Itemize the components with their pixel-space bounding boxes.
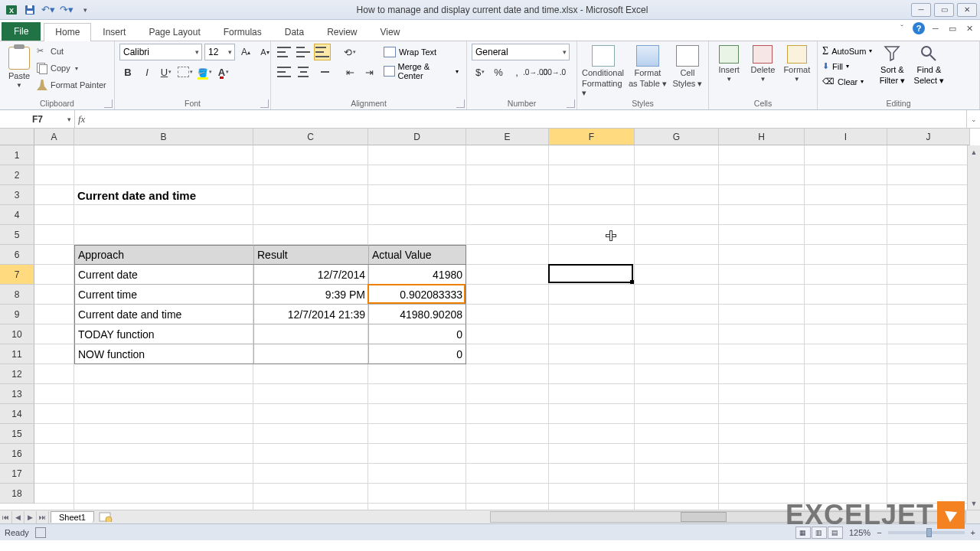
copy-button[interactable]: Copy▾ [37, 60, 106, 76]
fill-button[interactable]: ⬇Fill▾ [822, 59, 872, 73]
font-dialog-launcher[interactable] [260, 99, 269, 108]
tab-home[interactable]: Home [44, 23, 91, 41]
new-sheet-button[interactable] [97, 511, 114, 523]
sheet-nav-buttons[interactable]: ⏮ ◀ ▶ ⏭ [0, 511, 49, 523]
cell-C7[interactable]: 12/7/2014 [253, 265, 368, 285]
row-header-17[interactable]: 17 [0, 464, 34, 484]
doc-restore-icon[interactable]: ▭ [946, 22, 959, 34]
decrease-decimal-button[interactable]: .00→.0 [545, 64, 562, 80]
row-header-2[interactable]: 2 [0, 165, 34, 185]
column-header-B[interactable]: B [74, 129, 253, 145]
borders-button[interactable] [177, 64, 194, 80]
tab-view[interactable]: View [369, 23, 412, 41]
row-header-12[interactable]: 12 [0, 364, 34, 384]
row-header-10[interactable]: 10 [0, 324, 34, 344]
prev-sheet-icon[interactable]: ◀ [12, 511, 24, 523]
font-color-button[interactable]: A [215, 64, 232, 80]
column-header-H[interactable]: H [719, 129, 805, 145]
align-bottom-button[interactable] [314, 44, 331, 60]
undo-icon[interactable]: ↶▾ [40, 2, 57, 18]
clear-button[interactable]: ⌫Clear▾ [822, 74, 872, 89]
column-header-A[interactable]: A [34, 129, 74, 145]
next-sheet-icon[interactable]: ▶ [24, 511, 37, 523]
cell-B6[interactable]: Approach [74, 245, 253, 265]
paste-button[interactable]: Paste ▼ [5, 44, 34, 89]
file-tab[interactable]: File [2, 22, 41, 41]
conditional-formatting-button[interactable]: ConditionalFormatting ▾ [582, 44, 624, 98]
column-header-G[interactable]: G [635, 129, 719, 145]
cell-D6[interactable]: Actual Value [368, 245, 466, 265]
orientation-button[interactable]: ⟲ [341, 44, 358, 60]
column-header-C[interactable]: C [253, 129, 368, 145]
minimize-ribbon-icon[interactable]: ˇ [896, 22, 908, 34]
row-header-1[interactable]: 1 [0, 145, 34, 165]
maximize-button[interactable]: ▭ [934, 3, 954, 17]
name-box-input[interactable] [0, 114, 74, 125]
tab-insert[interactable]: Insert [91, 23, 137, 41]
cell-D10[interactable]: 0 [368, 324, 466, 344]
column-header-D[interactable]: D [368, 129, 466, 145]
row-header-3[interactable]: 3 [0, 185, 34, 205]
sort-filter-button[interactable]: Sort &Filter ▾ [875, 44, 909, 86]
format-as-table-button[interactable]: Formatas Table ▾ [627, 44, 668, 89]
row-header-15[interactable]: 15 [0, 424, 34, 444]
alignment-dialog-launcher[interactable] [456, 99, 465, 108]
qat-customize-icon[interactable]: ▾ [77, 2, 93, 18]
grow-font-button[interactable]: A▴ [237, 44, 254, 60]
cell-C11[interactable] [253, 344, 368, 364]
name-box[interactable] [0, 110, 75, 128]
cell-B3[interactable]: Current date and time [74, 185, 368, 205]
wrap-text-button[interactable]: Wrap Text [381, 44, 462, 60]
column-header-J[interactable]: J [887, 129, 970, 145]
doc-close-icon[interactable]: ✕ [963, 22, 975, 34]
cell-C6[interactable]: Result [253, 245, 368, 265]
zoom-slider[interactable] [888, 531, 965, 534]
cell-B11[interactable]: NOW function [74, 344, 253, 364]
align-top-button[interactable] [276, 44, 292, 60]
row-header-14[interactable]: 14 [0, 404, 34, 424]
tab-data[interactable]: Data [273, 23, 315, 41]
align-middle-button[interactable] [295, 44, 312, 60]
row-header-16[interactable]: 16 [0, 444, 34, 464]
vertical-scrollbar[interactable]: ▲ ▼ [967, 145, 980, 510]
cut-button[interactable]: ✂Cut [37, 44, 106, 59]
underline-button[interactable]: U [158, 64, 175, 80]
format-painter-button[interactable]: Format Painter [37, 77, 106, 93]
tab-review[interactable]: Review [315, 23, 368, 41]
row-header-5[interactable]: 5 [0, 225, 34, 245]
save-icon[interactable] [21, 2, 38, 18]
column-header-E[interactable]: E [466, 129, 549, 145]
row-header-6[interactable]: 6 [0, 245, 34, 265]
excel-app-icon[interactable]: X [3, 2, 20, 18]
fill-color-button[interactable]: 🪣 [196, 64, 213, 80]
row-header-11[interactable]: 11 [0, 344, 34, 364]
row-header-8[interactable]: 8 [0, 285, 34, 305]
cell-C8[interactable]: 9:39 PM [253, 285, 368, 305]
find-select-button[interactable]: Find &Select ▾ [912, 44, 946, 86]
tab-page-layout[interactable]: Page Layout [137, 23, 211, 41]
cell-D9[interactable]: 41980.90208 [368, 305, 466, 324]
row-header-13[interactable]: 13 [0, 384, 34, 404]
autosum-button[interactable]: ΣAutoSum▾ [822, 44, 872, 58]
zoom-in-button[interactable]: + [971, 528, 975, 537]
column-header-I[interactable]: I [805, 129, 887, 145]
decrease-indent-button[interactable]: ⇤ [341, 64, 358, 80]
increase-indent-button[interactable]: ⇥ [361, 64, 377, 80]
align-center-button[interactable] [295, 64, 312, 80]
number-dialog-launcher[interactable] [567, 99, 575, 108]
tab-formulas[interactable]: Formulas [212, 23, 273, 41]
row-header-4[interactable]: 4 [0, 205, 34, 225]
clipboard-dialog-launcher[interactable] [104, 99, 113, 108]
close-button[interactable]: ✕ [957, 3, 977, 17]
cell-D7[interactable]: 41980 [368, 265, 466, 285]
grid[interactable]: Current date and timeApproachResultActua… [34, 145, 980, 510]
format-cells-button[interactable]: Format▼ [782, 44, 812, 83]
font-name-combo[interactable]: Calibri [119, 44, 202, 60]
delete-cells-button[interactable]: Delete▼ [747, 44, 778, 83]
cell-B10[interactable]: TODAY function [74, 324, 253, 344]
cell-styles-button[interactable]: CellStyles ▾ [671, 44, 704, 89]
cell-C10[interactable] [253, 324, 368, 344]
italic-button[interactable]: I [139, 64, 155, 80]
minimize-button[interactable]: ─ [911, 3, 931, 17]
row-header-18[interactable]: 18 [0, 484, 34, 504]
